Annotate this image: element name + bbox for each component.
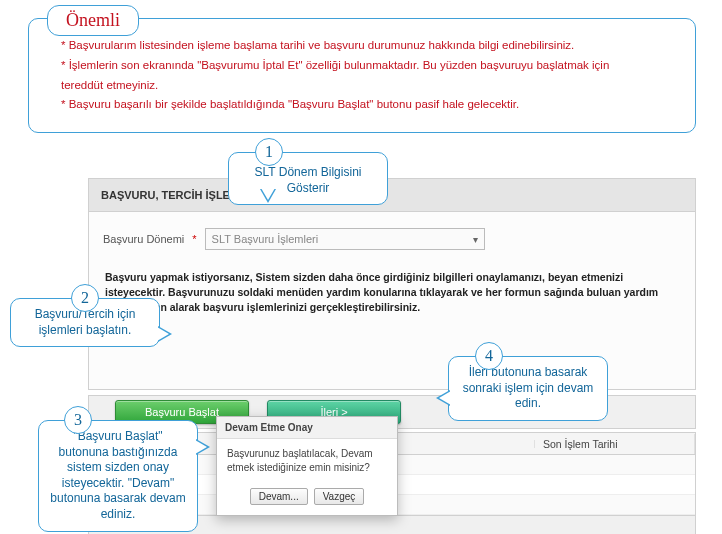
- callout-4: 4 İleri butonuna basarak sonraki işlem i…: [448, 356, 608, 421]
- callout-4-tail-fill: [439, 391, 451, 405]
- dialog-cancel-button[interactable]: Vazgeç: [314, 488, 365, 505]
- callout-2: 2 Başvuru/Tercih için işlemleri başlatın…: [10, 298, 160, 347]
- callout-4-text: İleri butonuna basarak sonraki işlem içi…: [463, 365, 594, 410]
- grid-col-c: Son İşlem Tarihi: [535, 434, 695, 454]
- important-line-2b: tereddüt etmeyiniz.: [61, 77, 673, 95]
- callout-4-number: 4: [475, 342, 503, 370]
- dialog-actions: Devam... Vazgeç: [217, 482, 397, 515]
- callout-3: 3 "Başvuru Başlat" butonuna bastığınızda…: [38, 420, 198, 532]
- chevron-down-icon: ▾: [473, 234, 478, 245]
- important-line-1: * Başvurularım listesinden işleme başlam…: [61, 37, 673, 55]
- callout-1-tail-fill: [261, 188, 275, 200]
- callout-1-number: 1: [255, 138, 283, 166]
- dialog-title: Devam Etme Onay: [217, 417, 397, 439]
- important-label: Önemli: [47, 5, 139, 36]
- callout-1: 1 SLT Dönem Bilgisini Gösterir: [228, 152, 388, 205]
- period-select-value: SLT Başvuru İşlemleri: [212, 233, 319, 245]
- period-form-row: Başvuru Dönemi * SLT Başvuru İşlemleri ▾: [103, 228, 681, 250]
- important-box: Önemli * Başvurularım listesinden işleme…: [28, 18, 696, 133]
- confirm-dialog: Devam Etme Onay Başvurunuz başlatılacak,…: [216, 416, 398, 516]
- callout-3-tail-fill: [195, 440, 207, 454]
- callout-2-number: 2: [71, 284, 99, 312]
- period-select[interactable]: SLT Başvuru İşlemleri ▾: [205, 228, 485, 250]
- panel-info-text: Başvuru yapmak istiyorsanız, Sistem sizd…: [103, 270, 681, 316]
- dialog-body: Başvurunuz başlatılacak, Devam etmek ist…: [217, 439, 397, 482]
- dialog-continue-button[interactable]: Devam...: [250, 488, 308, 505]
- period-label: Başvuru Dönemi: [103, 233, 184, 245]
- panel-title: BAŞVURU, TERCİH İŞLEMLERİ: [89, 179, 695, 212]
- important-line-2: * İşlemlerin son ekranında "Başvurumu İp…: [61, 57, 673, 75]
- callout-3-text: "Başvuru Başlat" butonuna bastığınızda s…: [50, 429, 185, 521]
- callout-2-tail-fill: [157, 327, 169, 341]
- callout-3-number: 3: [64, 406, 92, 434]
- required-marker: *: [192, 233, 196, 245]
- important-line-3: * Başvuru başarılı bir şekilde başlatıld…: [61, 96, 673, 114]
